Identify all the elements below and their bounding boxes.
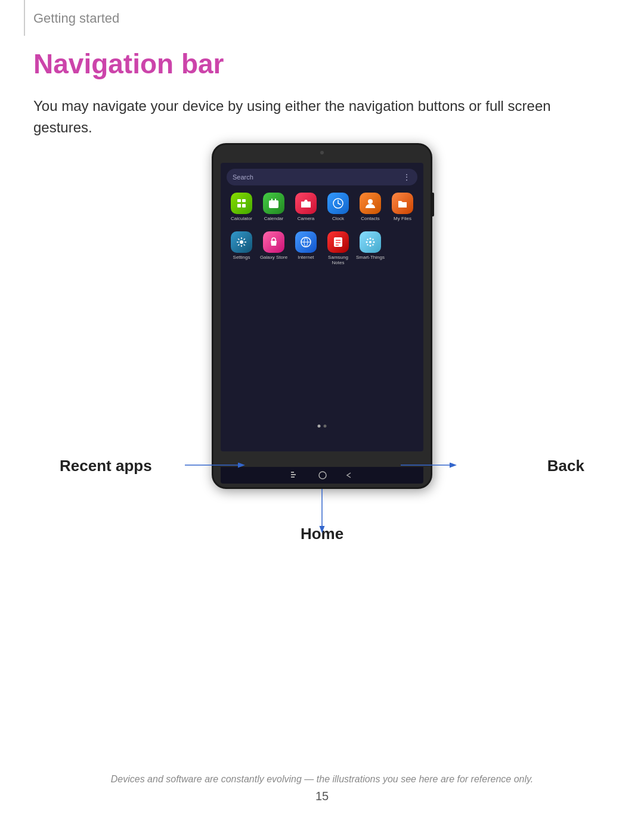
page-footer: Devices and software are constantly evol… xyxy=(0,774,644,803)
annotation-lines xyxy=(0,137,644,584)
page-title: Navigation bar xyxy=(33,48,224,80)
page-border xyxy=(24,0,25,36)
page-description: You may navigate your device by using ei… xyxy=(33,95,611,138)
footer-disclaimer: Devices and software are constantly evol… xyxy=(0,774,644,785)
breadcrumb: Getting started xyxy=(33,11,119,26)
footer-page-number: 15 xyxy=(0,789,644,803)
